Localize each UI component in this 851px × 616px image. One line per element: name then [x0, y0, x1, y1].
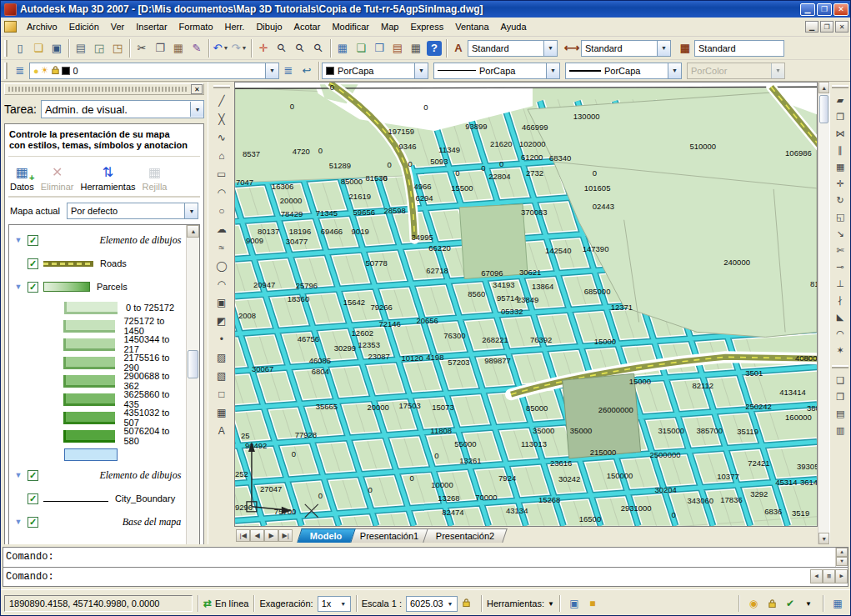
- paste-icon[interactable]: ▦: [169, 39, 188, 58]
- menu-archivo[interactable]: Archivo: [21, 19, 63, 34]
- checkbox[interactable]: ✓: [28, 235, 38, 246]
- map-scroll-thumb[interactable]: [819, 95, 828, 123]
- command-input[interactable]: Comando: ◀ ▥ ▶: [3, 568, 848, 587]
- block-editor-icon[interactable]: ▤: [388, 39, 407, 58]
- scroll-thumb[interactable]: [188, 350, 198, 378]
- linetype-combo-arrow[interactable]: ▼: [546, 63, 559, 78]
- move-icon[interactable]: ✛: [832, 175, 849, 192]
- tree-range-7[interactable]: 5076204 to 580: [9, 427, 186, 445]
- checkbox[interactable]: ✓: [28, 493, 38, 504]
- hatch-icon[interactable]: ▨: [212, 348, 232, 367]
- make-block-icon[interactable]: ◩: [212, 312, 232, 330]
- mirror-icon[interactable]: ⋈: [832, 125, 849, 142]
- point-icon[interactable]: •: [212, 330, 232, 348]
- table-icon[interactable]: ▦: [333, 39, 352, 58]
- restore-button[interactable]: ❐: [817, 3, 832, 16]
- tree-range-0[interactable]: 0 to 725172: [9, 298, 186, 317]
- modify-toolbar-grip[interactable]: [832, 85, 848, 88]
- table-draw-icon[interactable]: ▦: [212, 403, 232, 422]
- menu-modificar[interactable]: Modificar: [326, 19, 375, 34]
- tab-nav-prev-icon[interactable]: ◀: [250, 529, 264, 542]
- tree-item-parcels[interactable]: ▼✓Parcels: [9, 275, 186, 298]
- fillet-icon[interactable]: ◠: [832, 325, 849, 342]
- herramientas-button[interactable]: ⇅Herramientas: [80, 162, 135, 192]
- revision-cloud-icon[interactable]: ☁: [212, 220, 232, 238]
- mdi-restore-button[interactable]: ❐: [820, 21, 833, 33]
- map-scroll-down-icon[interactable]: ▼: [818, 533, 829, 544]
- menu-herr[interactable]: Herr.: [219, 19, 251, 34]
- menu-ventana[interactable]: Ventana: [449, 19, 494, 34]
- trim-icon[interactable]: ✄: [832, 242, 849, 258]
- map-scroll-up-icon[interactable]: ▲: [818, 82, 829, 93]
- layer-manager-icon[interactable]: ≣: [11, 62, 29, 80]
- help-button[interactable]: ?: [427, 41, 442, 56]
- chamfer-icon[interactable]: ◣: [832, 308, 849, 325]
- ellipse-arc-icon[interactable]: ◠: [212, 275, 232, 293]
- lineweight-combo[interactable]: PorCapa ▼: [565, 63, 682, 79]
- polygon-icon[interactable]: ⌂: [212, 147, 232, 165]
- tab-nav-last-icon[interactable]: ▶|: [278, 529, 293, 542]
- plot-icon[interactable]: ▤: [72, 39, 90, 58]
- menu-formato[interactable]: Formato: [173, 19, 219, 34]
- style-combo-2[interactable]: Standard: [694, 40, 784, 57]
- zoom-window-icon[interactable]: ⚲: [291, 39, 309, 58]
- linetype-combo[interactable]: PorCapa ▼: [433, 63, 560, 79]
- menu-ver[interactable]: Ver: [105, 19, 131, 34]
- viewport-toggle-icon[interactable]: ▣: [565, 595, 583, 612]
- menu-acotar[interactable]: Acotar: [288, 19, 327, 34]
- tab-presentación2[interactable]: Presentación2: [423, 528, 508, 543]
- circle-icon[interactable]: ○: [212, 202, 232, 220]
- ellipse-icon[interactable]: ◯: [212, 257, 232, 275]
- tree-item-city-boundary[interactable]: ✓City_Boundary: [9, 487, 186, 510]
- tree-range-1[interactable]: 725172 to 1450: [9, 317, 186, 335]
- coordinates-display[interactable]: 1890890.4158, 457140.9980, 0.0000: [4, 595, 193, 612]
- exaggeration-combo[interactable]: 1x ▼: [318, 596, 351, 612]
- array-icon[interactable]: ▦: [832, 158, 849, 175]
- spline-icon[interactable]: ≈: [212, 238, 232, 257]
- close-button[interactable]: ✕: [833, 3, 848, 16]
- explode-icon[interactable]: ✶: [832, 342, 849, 358]
- minimize-button[interactable]: ▁: [800, 3, 815, 16]
- region-icon[interactable]: □: [212, 385, 232, 403]
- tab-nav-first-icon[interactable]: |◀: [236, 529, 250, 542]
- arc-icon[interactable]: ◠: [212, 183, 232, 202]
- break-at-point-icon[interactable]: ⊥: [832, 275, 849, 292]
- checkbox[interactable]: ✓: [28, 258, 38, 269]
- draworder-toolbar-grip[interactable]: [832, 365, 848, 368]
- checkbox[interactable]: ✓: [28, 470, 38, 481]
- current-map-combo-arrow[interactable]: ▼: [184, 203, 198, 218]
- text-style-icon[interactable]: A: [449, 39, 468, 58]
- task-pane-close-icon[interactable]: ✕: [191, 84, 203, 94]
- checkbox[interactable]: ✓: [28, 517, 38, 528]
- layer-combo-arrow[interactable]: ▼: [265, 63, 278, 78]
- menu-express[interactable]: Express: [404, 19, 449, 34]
- stretch-icon[interactable]: ↘: [832, 225, 849, 242]
- tree-range-4[interactable]: 2900688 to 362: [9, 372, 186, 390]
- command-resize-handle[interactable]: ▥: [823, 569, 835, 583]
- style-combo-1[interactable]: Standard▼: [581, 40, 671, 57]
- publish-icon[interactable]: ◳: [108, 39, 127, 58]
- scale-combo[interactable]: 6025.03 ▼: [406, 596, 458, 612]
- color-combo[interactable]: PorCapa ▼: [322, 63, 428, 79]
- tab-modelo[interactable]: Modelo: [297, 528, 355, 543]
- command-scroll-down-icon[interactable]: ▼: [836, 557, 848, 566]
- rectangle-icon[interactable]: ▭: [212, 165, 232, 183]
- copy-object-icon[interactable]: ❐: [832, 108, 849, 125]
- toolbar-grip[interactable]: [4, 40, 8, 57]
- bring-to-front-icon[interactable]: ❑: [832, 372, 849, 388]
- menu-map[interactable]: Map: [375, 19, 404, 34]
- tree-range-6[interactable]: 4351032 to 507: [9, 408, 186, 427]
- toolbar-lock-icon[interactable]: [763, 595, 781, 612]
- tree-group-base-map[interactable]: ▼✓Base del mapa: [9, 510, 186, 533]
- dim-style-icon[interactable]: ⟷: [563, 39, 581, 58]
- menu-insertar[interactable]: Insertar: [130, 19, 173, 34]
- background-toggle-icon[interactable]: ■: [583, 595, 602, 612]
- map-viewport[interactable]: 0019715909389946699913000051000085374720…: [234, 82, 818, 527]
- undo-icon[interactable]: ↶▼: [212, 39, 230, 58]
- tree-group-drawing-elements-2[interactable]: ▼✓Elemento de dibujos: [9, 463, 186, 487]
- color-combo-arrow[interactable]: ▼: [414, 63, 428, 78]
- current-map-combo[interactable]: Por defecto ▼: [67, 203, 198, 219]
- extend-icon[interactable]: ⊸: [832, 258, 849, 275]
- bring-above-objects-icon[interactable]: ▤: [832, 405, 849, 422]
- polyline-icon[interactable]: ∿: [212, 128, 232, 147]
